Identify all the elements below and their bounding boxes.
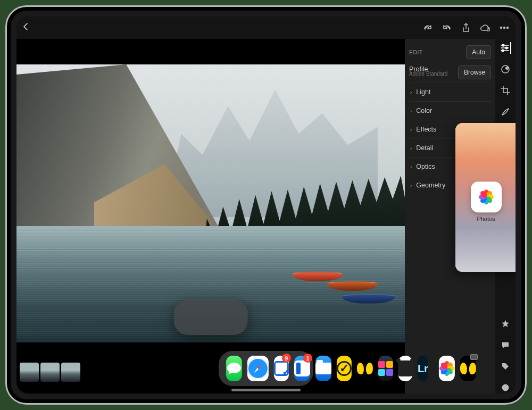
- badge: 9: [282, 354, 291, 363]
- lr-photo-canvas[interactable]: [16, 39, 405, 393]
- chevron-right-icon: ›: [410, 89, 412, 95]
- tool-crop[interactable]: [500, 85, 511, 96]
- photos-app-icon: [478, 189, 494, 205]
- edited-photo: [16, 64, 405, 342]
- undo-button[interactable]: [441, 22, 453, 34]
- messages-icon: [226, 362, 242, 375]
- ipad-dock: 9 1 Lr: [219, 351, 313, 386]
- cloud-sync-button[interactable]: [479, 22, 491, 34]
- svg-point-4: [502, 44, 504, 46]
- dock-app-basecamp[interactable]: [337, 356, 352, 381]
- dock-app-lightroom[interactable]: Lr: [418, 356, 428, 381]
- ipad-screen: EDIT Auto Profile Adobe Standard Browse …: [16, 17, 516, 393]
- star-icon: [501, 319, 510, 328]
- profile-value: Adobe Standard: [409, 71, 447, 77]
- dock-app-things[interactable]: 9: [274, 356, 289, 381]
- dock-app-shortcuts[interactable]: [378, 356, 393, 381]
- presets-icon: [501, 64, 510, 74]
- dock-app-safari[interactable]: [247, 356, 269, 381]
- files-icon: [315, 363, 331, 374]
- svg-point-6: [502, 50, 504, 52]
- tool-keywords[interactable]: [500, 360, 511, 372]
- svg-point-8: [505, 67, 509, 70]
- chevron-right-icon: ›: [410, 183, 412, 188]
- undo-icon: [442, 23, 452, 32]
- bear-icon: [398, 360, 412, 376]
- browse-button[interactable]: Browse: [458, 65, 491, 79]
- handoff-badge-icon: [470, 354, 478, 360]
- tool-rating[interactable]: [500, 318, 511, 330]
- home-indicator[interactable]: [231, 389, 301, 391]
- section-color[interactable]: ›Color: [409, 101, 491, 120]
- section-label: Effects: [416, 126, 436, 133]
- dock-app-bookmarks[interactable]: [357, 356, 373, 381]
- badge: 1: [303, 354, 312, 363]
- tool-edit[interactable]: [500, 42, 511, 54]
- filmstrip[interactable]: [20, 363, 80, 382]
- info-icon: i: [501, 383, 510, 392]
- ipad-frame: EDIT Auto Profile Adobe Standard Browse …: [5, 5, 527, 405]
- tool-info[interactable]: i: [500, 382, 511, 393]
- butterfly-icon: [460, 363, 476, 374]
- lightroom-icon: Lr: [418, 363, 428, 375]
- svg-point-2: [504, 27, 505, 29]
- cloud-check-icon: [479, 23, 491, 32]
- photos-app-tile[interactable]: [471, 182, 502, 212]
- section-label: Detail: [416, 144, 433, 152]
- section-label: Light: [416, 88, 430, 96]
- shortcuts-icon: [378, 361, 393, 376]
- section-light[interactable]: ›Light: [409, 83, 491, 101]
- dock-recent-bookmarks[interactable]: [460, 356, 476, 381]
- dock-app-files[interactable]: [315, 356, 331, 381]
- section-label: Optics: [416, 163, 435, 170]
- lr-top-toolbar: [16, 17, 516, 39]
- tag-icon: [501, 362, 510, 371]
- slideover-photos[interactable]: Photos: [455, 123, 516, 272]
- tool-heal[interactable]: [500, 106, 511, 118]
- dock-app-bear[interactable]: [398, 356, 412, 381]
- back-button[interactable]: [22, 22, 29, 34]
- redo-button[interactable]: [422, 22, 434, 34]
- svg-point-5: [505, 47, 508, 49]
- svg-point-1: [501, 27, 502, 29]
- tool-presets[interactable]: [500, 63, 511, 75]
- chevron-right-icon: ›: [410, 164, 412, 170]
- section-label: Geometry: [416, 182, 445, 189]
- basecamp-icon: [337, 361, 352, 376]
- dock-app-messages[interactable]: [226, 356, 242, 381]
- butterfly-icon: [357, 363, 373, 374]
- photos-icon: [439, 360, 455, 376]
- share-button[interactable]: [460, 22, 472, 34]
- comment-icon: [501, 341, 510, 349]
- slideover-app-label: Photos: [455, 216, 516, 222]
- things-icon: [274, 361, 289, 376]
- auto-button[interactable]: Auto: [466, 45, 491, 59]
- svg-point-11: [503, 364, 504, 365]
- svg-point-3: [507, 27, 509, 29]
- redo-icon: [423, 23, 433, 32]
- brush-icon: [501, 107, 510, 117]
- dock-app-outlook[interactable]: 1: [294, 356, 310, 381]
- lightroom-app: EDIT Auto Profile Adobe Standard Browse …: [16, 17, 516, 393]
- chevron-right-icon: ›: [410, 145, 412, 151]
- share-icon: [462, 23, 470, 32]
- crop-icon: [501, 86, 510, 95]
- chevron-right-icon: ›: [410, 127, 412, 133]
- more-button[interactable]: [498, 22, 510, 34]
- tool-comments[interactable]: [500, 339, 511, 351]
- sliders-icon: [500, 43, 510, 53]
- chevron-left-icon: [22, 22, 29, 31]
- chevron-right-icon: ›: [410, 108, 412, 114]
- section-label: Color: [416, 107, 432, 114]
- safari-icon: [247, 358, 269, 379]
- more-icon: [500, 26, 509, 29]
- edit-label: EDIT: [409, 50, 423, 55]
- dock-recent-photos[interactable]: [439, 356, 455, 381]
- outlook-icon: [294, 360, 310, 376]
